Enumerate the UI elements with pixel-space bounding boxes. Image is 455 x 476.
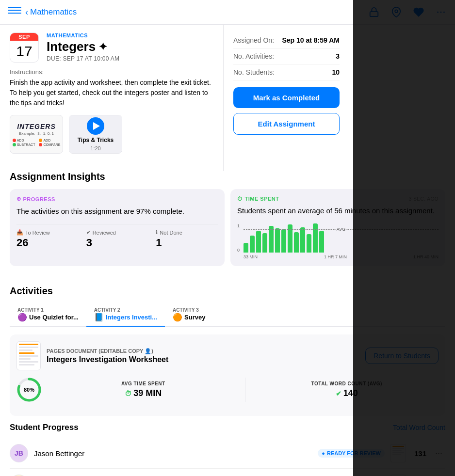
inbox-icon: 📥 <box>16 229 23 236</box>
bar-6 <box>275 228 280 253</box>
svg-point-2 <box>440 12 442 13</box>
assignment-info: MATHEMATICS Integers ✦ DUE: SEP 17 AT 10… <box>47 32 213 62</box>
progress-card-text: The activities on this assignment are 97… <box>16 206 218 216</box>
tab1-name: Use Quizlet for... <box>29 314 79 321</box>
sparkle-icon: ✦ <box>98 41 107 53</box>
svg-point-3 <box>443 12 445 13</box>
word-count-1: 131 <box>412 449 426 458</box>
more-icon[interactable] <box>435 6 447 18</box>
reviewed-label: ✔ Reviewed <box>86 229 148 236</box>
video-label: Tips & Tricks <box>78 137 114 143</box>
tab3-icon: 🟠 <box>173 313 182 322</box>
x-label-1: 33 MIN <box>244 254 258 259</box>
bar-9 <box>294 232 299 253</box>
reviewed-value: 3 <box>86 237 148 249</box>
assignment-title: Integers ✦ <box>47 39 213 54</box>
back-button[interactable]: ‹ Mathematics <box>25 7 77 17</box>
total-word-count-link[interactable]: Total Word Count <box>393 424 445 431</box>
lock-icon[interactable] <box>368 6 380 18</box>
activities-section: Activities ACTIVITY 1 🟣 Use Quizlet for.… <box>0 286 455 476</box>
bar-8 <box>288 224 292 253</box>
student-row-2: CB Chella Boehm ✔ VIEWED 111 <box>10 469 445 476</box>
clock-small-icon: ⏱ <box>125 390 131 397</box>
tab2-number: ACTIVITY 2 <box>94 307 120 313</box>
instructions-label: Instructions: <box>10 68 213 76</box>
activity-tab-2[interactable]: ACTIVITY 2 📘 Integers Investi... <box>86 303 165 327</box>
time-card-text: Students spent an average of 56 minutes … <box>237 206 439 216</box>
progress-card: ⊕ PROGRESS The activities on this assign… <box>10 189 225 266</box>
clock-icon: ⏱ <box>237 196 243 202</box>
attachment-tips-tricks[interactable]: Tips & Tricks 1:20 <box>69 115 122 154</box>
activity-name: Integers Investigation Worksheet <box>47 355 359 364</box>
assigned-label: Assigned On: <box>233 36 274 44</box>
avg-time-stat: AVG TIME SPENT ⏱ 39 MIN <box>51 381 235 398</box>
left-panel: SEP 17 MATHEMATICS Integers ✦ DUE: SEP 1… <box>0 25 223 171</box>
chevron-left-icon: ‹ <box>25 7 28 17</box>
to-review-value: 26 <box>16 237 79 249</box>
bar-2 <box>250 236 255 253</box>
students-value: 10 <box>332 68 340 76</box>
integers-poster-title: INTEGERS <box>17 123 56 130</box>
instructions-text: Finish the app activity and worksheet, t… <box>10 78 213 108</box>
students-label: No. Students: <box>233 68 275 76</box>
bar-4 <box>262 233 267 253</box>
action-menu-1[interactable]: ··· <box>432 447 445 460</box>
calendar-day: 17 <box>10 41 38 62</box>
stat-divider <box>245 378 245 402</box>
stat-to-review: 📥 To Review 26 <box>16 229 79 249</box>
avg-label: AVG <box>336 227 346 232</box>
activities-value: 3 <box>336 52 340 60</box>
bar-11 <box>307 234 311 253</box>
student-name-1: Jason Bettinger <box>34 449 312 458</box>
attachments: INTEGERS Example: -3, -1, 0, 1 ADD <box>10 115 213 154</box>
pin-icon[interactable] <box>390 6 403 18</box>
assigned-value: Sep 10 at 8:59 AM <box>282 36 340 44</box>
activities-row: No. Activities: 3 <box>233 48 340 64</box>
tab2-icon: 📘 <box>94 313 104 322</box>
right-panel: Assigned On: Sep 10 at 8:59 AM No. Activ… <box>223 25 349 171</box>
insights-section: Assignment Insights ⊕ PROGRESS The activ… <box>0 171 455 286</box>
insights-title: Assignment Insights <box>10 171 445 182</box>
activity-tab-3[interactable]: ACTIVITY 3 🟠 Survey <box>165 303 223 326</box>
tab3-number: ACTIVITY 3 <box>173 307 199 313</box>
calendar-badge: SEP 17 <box>10 32 39 63</box>
assignment-header: SEP 17 MATHEMATICS Integers ✦ DUE: SEP 1… <box>10 32 213 63</box>
tab1-number: ACTIVITY 1 <box>17 307 44 313</box>
attachment-integers-poster[interactable]: INTEGERS Example: -3, -1, 0, 1 ADD <box>10 115 63 154</box>
mark-complete-button[interactable]: Mark as Completed <box>233 87 340 108</box>
to-review-label: 📥 To Review <box>16 229 79 236</box>
play-icon <box>93 122 100 130</box>
avatar-jb: JB <box>10 444 28 462</box>
chart-x-axis: 33 MIN 1 HR 7 MIN 1 HR 40 MIN <box>244 254 439 259</box>
avg-time-value: ⏱ 39 MIN <box>51 388 235 398</box>
main-content: SEP 17 MATHEMATICS Integers ✦ DUE: SEP 1… <box>0 25 455 171</box>
activity-detail-header: PAGES DOCUMENT (EDITABLE COPY 👤) Integer… <box>16 341 439 370</box>
sidebar-toggle[interactable] <box>8 7 21 17</box>
activity-detail-info: PAGES DOCUMENT (EDITABLE COPY 👤) Integer… <box>47 348 359 364</box>
edit-assignment-button[interactable]: Edit Assignment <box>233 113 340 135</box>
activity-tabs: ACTIVITY 1 🟣 Use Quizlet for... ACTIVITY… <box>10 303 445 327</box>
activities-label: No. Activities: <box>233 52 274 60</box>
word-count-stat: TOTAL WORD COUNT (AVG) ✔ 140 <box>255 381 439 398</box>
play-button[interactable] <box>87 117 104 135</box>
doc-thumbnail <box>16 341 41 370</box>
time-card: ⏱ TIME SPENT 3 sec. ago Students spent a… <box>230 189 445 266</box>
word-count-value: ✔ 140 <box>255 388 439 398</box>
svg-point-4 <box>437 12 439 13</box>
avg-time-label: AVG TIME SPENT <box>51 381 235 386</box>
stat-reviewed: ✔ Reviewed 3 <box>86 229 148 249</box>
students-row: No. Students: 10 <box>233 64 340 80</box>
checkmark-icon: ✔ <box>336 390 341 397</box>
progress-ring: 80% <box>16 377 42 402</box>
progress-icon: ⊕ <box>16 196 21 202</box>
activity-tab-1[interactable]: ACTIVITY 1 🟣 Use Quizlet for... <box>10 303 86 326</box>
due-date: DUE: SEP 17 AT 10:00 AM <box>47 55 213 62</box>
heart-icon[interactable] <box>412 6 425 18</box>
tab3-name: Survey <box>184 314 205 321</box>
return-to-students-button[interactable]: Return to Students <box>365 348 439 364</box>
student-row-1: JB Jason Bettinger ● READY FOR REVIEW <box>10 438 445 469</box>
integers-poster-subtitle: Example: -3, -1, 0, 1 <box>19 131 54 136</box>
doc-mini-1[interactable] <box>390 444 406 462</box>
top-bar: ‹ Mathematics <box>0 0 455 25</box>
stat-not-done: ℹ Not Done 1 <box>156 229 218 249</box>
